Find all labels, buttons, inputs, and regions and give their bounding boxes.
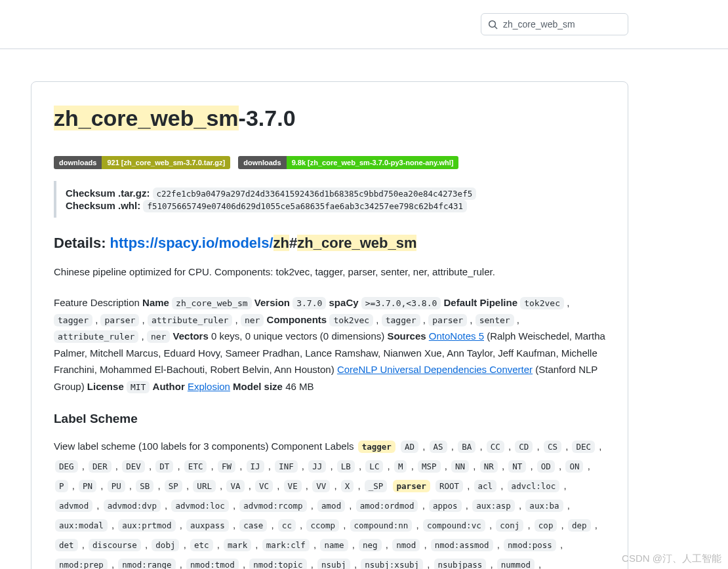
label-chip: nmod:topic <box>249 559 306 569</box>
label-chip: advmod <box>55 500 92 512</box>
code-chip: tagger <box>382 314 420 326</box>
label-chip: BA <box>458 441 475 453</box>
code-chip: attribute_ruler <box>148 314 232 326</box>
label-chip: LC <box>365 460 383 473</box>
label-chip: advcl:loc <box>508 480 560 492</box>
label-chip: DT <box>155 460 173 473</box>
label-chip: nmod <box>392 539 420 551</box>
label-chip: CD <box>515 441 533 453</box>
code-chip: senter <box>475 314 514 326</box>
release-version: -3.7.0 <box>239 106 296 130</box>
component-head: tagger <box>358 441 395 453</box>
label-chip: etc <box>190 539 213 551</box>
label-chip: DER <box>89 460 111 473</box>
label-chip: NR <box>480 460 498 473</box>
label-chip: OD <box>537 460 555 473</box>
label-chip: MSP <box>418 460 441 473</box>
label-chip: DEC <box>572 441 595 453</box>
label-chip: nmod:assmod <box>431 539 493 551</box>
source-link[interactable]: OntoNotes 5 <box>429 330 484 342</box>
release-card: zh_core_web_sm-3.7.0 downloads921 [zh_co… <box>31 81 628 569</box>
badge-value: 9.8k [zh_core_web_sm-3.7.0-py3-none-any.… <box>287 156 459 169</box>
code-chip: tok2vec <box>329 314 373 326</box>
label-chip: nsubjpass <box>434 559 487 569</box>
label-chip: PU <box>108 480 125 492</box>
description: Chinese pipeline optimized for CPU. Comp… <box>54 264 605 281</box>
label-chip: discourse <box>89 539 141 551</box>
label-chip: aux:modal <box>55 519 108 532</box>
details-hl2: zh_core_web_sm <box>297 235 416 251</box>
label-chip: IJ <box>247 460 264 473</box>
details-mid: # <box>289 235 297 251</box>
search-input[interactable] <box>502 18 621 30</box>
label-chip: VA <box>226 480 244 492</box>
label-chip: amod <box>317 500 345 512</box>
label-chip: nmod:tmod <box>186 559 239 569</box>
label-chip: PN <box>79 480 96 492</box>
label-chip: aux:prtmod <box>118 519 175 532</box>
label-chip: ccomp <box>306 519 339 532</box>
label-scheme-intro: View label scheme (100 labels for 3 comp… <box>54 441 354 452</box>
label-chip: NN <box>451 460 469 473</box>
label-chip: ROOT <box>435 480 463 492</box>
badge-label: downloads <box>238 156 286 169</box>
author-link[interactable]: Explosion <box>188 381 230 392</box>
label-chip: nsubj <box>317 559 350 569</box>
badge-value: 921 [zh_core_web_sm-3.7.0.tar.gz] <box>102 156 230 169</box>
code-chip: ner <box>147 330 170 343</box>
label-chip: AS <box>430 441 447 453</box>
label-chip: nsubj:xsubj <box>361 559 423 569</box>
details-link[interactable]: https://spacy.io/models/ <box>110 235 273 251</box>
code-chip: MIT <box>127 381 150 393</box>
code-chip: tok2vec <box>520 297 564 309</box>
svg-point-0 <box>489 20 496 27</box>
label-chip: VE <box>284 480 302 492</box>
label-chip: _SP <box>365 480 388 492</box>
label-chip: M <box>394 460 407 473</box>
label-chip: LB <box>337 460 355 473</box>
code-chip: tagger <box>54 314 92 326</box>
label-scheme-body: View label scheme (100 labels for 3 comp… <box>54 437 605 569</box>
label-scheme-heading: Label Scheme <box>54 412 605 426</box>
label-chip: DEV <box>122 460 145 473</box>
label-chip: advmod:dvp <box>104 500 161 512</box>
label-chip: dep <box>568 519 591 532</box>
label-chip: NT <box>508 460 526 473</box>
search-box[interactable] <box>481 13 628 35</box>
label-chip: nmod:range <box>118 559 175 569</box>
release-title: zh_core_web_sm-3.7.0 <box>54 104 605 132</box>
label-chip: X <box>341 480 354 492</box>
label-chip: SB <box>136 480 153 492</box>
search-icon <box>488 20 498 29</box>
downloads-badge: downloads921 [zh_core_web_sm-3.7.0.tar.g… <box>54 156 230 169</box>
code-chip: 3.7.0 <box>293 297 326 309</box>
label-chip: SP <box>165 480 182 492</box>
label-chip: acl <box>474 480 497 492</box>
label-chip: aux:asp <box>472 500 515 512</box>
label-chip: JJ <box>308 460 326 473</box>
label-chip: appos <box>429 500 462 512</box>
label-chip: VV <box>312 480 330 492</box>
label-chip: FW <box>218 460 235 473</box>
label-chip: name <box>320 539 348 551</box>
label-chip: mark <box>224 539 251 551</box>
label-chip: CS <box>544 441 561 453</box>
label-chip: case <box>239 519 267 532</box>
label-chip: neg <box>359 539 382 551</box>
feature-description: Feature Description Name zh_core_web_sm … <box>54 294 605 395</box>
label-chip: amod:ordmod <box>356 500 418 512</box>
code-chip: >=3.7.0,<3.8.0 <box>361 297 441 309</box>
checksum-whl-value: f51075665749e07406d629d1055ce5a68635fae6… <box>143 200 467 212</box>
label-chip: ON <box>565 460 583 473</box>
label-chip: aux:ba <box>525 500 563 512</box>
label-chip: P <box>55 480 68 492</box>
details-lead: Details: <box>54 235 110 251</box>
release-name-highlight: zh_core_web_sm <box>54 106 239 130</box>
corenlp-link[interactable]: CoreNLP Universal Dependencies Converter <box>337 364 533 375</box>
label-chip: URL <box>193 480 216 492</box>
label-chip: cop <box>535 519 557 532</box>
checksum-targz-label: Checksum .tar.gz: <box>66 187 150 199</box>
code-chip: parser <box>428 314 467 326</box>
label-chip: ETC <box>184 460 207 473</box>
code-chip: attribute_ruler <box>54 330 138 343</box>
